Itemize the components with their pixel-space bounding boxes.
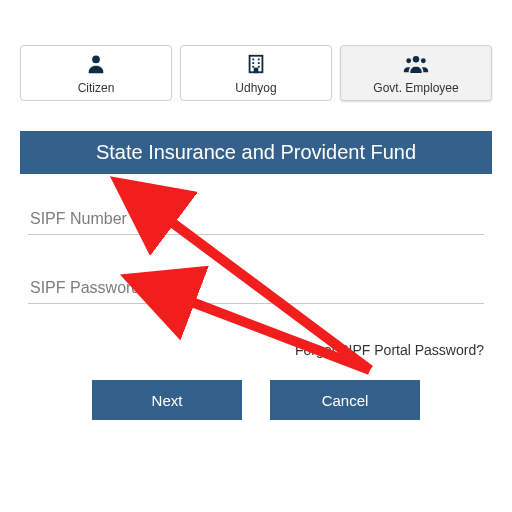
sipf-number-wrap <box>28 204 484 235</box>
svg-rect-8 <box>255 69 258 73</box>
tab-label: Citizen <box>78 81 115 95</box>
svg-point-10 <box>406 58 411 63</box>
person-icon <box>85 53 107 79</box>
svg-point-0 <box>92 56 100 64</box>
page-title: State Insurance and Provident Fund <box>20 131 492 174</box>
svg-point-9 <box>413 56 420 63</box>
svg-line-14 <box>176 296 370 370</box>
sipf-number-input[interactable] <box>28 204 484 235</box>
forgot-password-link[interactable]: Forgot SIPF Portal Password? <box>20 342 484 358</box>
next-button[interactable]: Next <box>92 380 242 420</box>
tab-udhyog[interactable]: Udhyog <box>180 45 332 101</box>
tab-label: Govt. Employee <box>373 81 458 95</box>
tab-govt-employee[interactable]: Govt. Employee <box>340 45 492 101</box>
sipf-password-input[interactable] <box>28 273 484 304</box>
svg-point-11 <box>421 58 426 63</box>
tab-citizen[interactable]: Citizen <box>20 45 172 101</box>
login-type-tabs: Citizen Udhyog Govt. Employee <box>20 45 492 101</box>
tab-label: Udhyog <box>235 81 276 95</box>
button-row: Next Cancel <box>20 380 492 420</box>
building-icon <box>245 53 267 79</box>
group-icon <box>403 53 429 79</box>
cancel-button[interactable]: Cancel <box>270 380 420 420</box>
sipf-password-wrap <box>28 273 484 304</box>
